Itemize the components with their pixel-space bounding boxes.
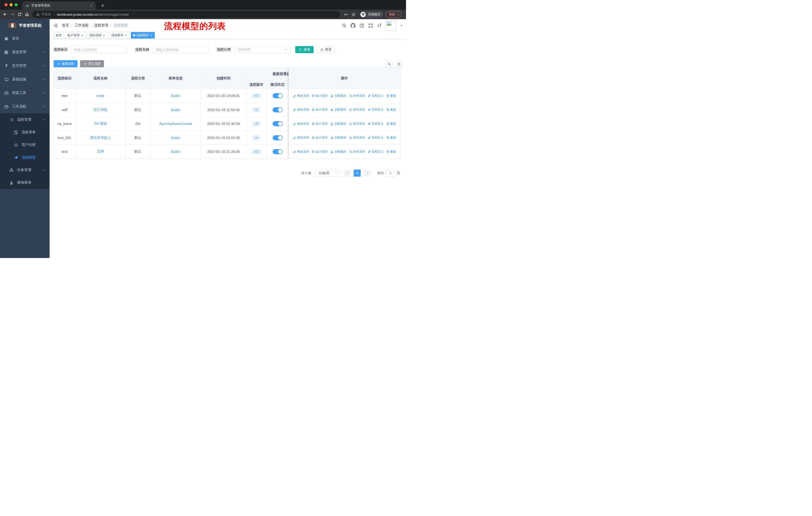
app-logo[interactable]: 芋道管理系统 <box>0 19 50 32</box>
assign-rule-link[interactable]: 分配规则 <box>330 122 346 126</box>
tag-home[interactable]: 首页 <box>53 32 64 38</box>
design-process-link[interactable]: 设计流程 <box>312 136 328 140</box>
tag-process-form[interactable]: 流程表单 <box>109 32 129 38</box>
assign-rule-link[interactable]: 分配规则 <box>330 94 346 98</box>
sidebar-collapse-icon[interactable] <box>53 23 58 28</box>
key-icon[interactable] <box>344 12 348 17</box>
new-tab-button[interactable] <box>99 2 106 9</box>
breadcrumb-workflow[interactable]: 工作流程 <box>75 23 89 28</box>
close-icon[interactable] <box>150 34 152 37</box>
design-process-link[interactable]: 设计流程 <box>312 108 328 112</box>
import-process-button[interactable]: 导入流程 <box>80 60 104 67</box>
assign-rule-link[interactable]: 分配规则 <box>330 136 346 140</box>
active-toggle[interactable] <box>272 121 283 126</box>
publish-process-link[interactable]: 发布流程 <box>349 150 365 154</box>
reload-icon[interactable] <box>18 12 22 17</box>
design-process-link[interactable]: 设计流程 <box>312 94 328 98</box>
form-info-link[interactable]: biubiu <box>171 94 180 98</box>
process-name-link[interactable]: 自己审批 <box>93 108 108 112</box>
tag-my-process[interactable]: 我的流程 <box>87 32 108 38</box>
publish-process-link[interactable]: 发布流程 <box>349 122 365 126</box>
active-toggle[interactable] <box>272 135 283 140</box>
prev-page-button[interactable] <box>344 169 351 176</box>
modify-process-link[interactable]: 修改流程 <box>293 94 309 98</box>
publish-process-link[interactable]: 发布流程 <box>349 94 365 98</box>
form-info-link[interactable]: /bpm/oa/leave/create <box>159 122 192 126</box>
form-info-link[interactable]: biubiu <box>171 108 180 112</box>
process-definition-link[interactable]: 流程定义 <box>368 122 384 126</box>
refresh-table-button[interactable] <box>395 60 403 68</box>
close-icon[interactable] <box>81 34 84 37</box>
close-icon[interactable] <box>103 34 106 37</box>
delete-link[interactable]: 删除 <box>386 136 396 140</box>
chrome-update-button[interactable]: 更新 <box>386 11 402 18</box>
delete-link[interactable]: 删除 <box>386 108 396 112</box>
home-icon[interactable] <box>25 12 29 17</box>
tab-close-icon[interactable] <box>89 3 93 7</box>
tag-process-model[interactable]: 流程模型 <box>131 32 155 38</box>
avatar[interactable] <box>386 20 396 30</box>
design-process-link[interactable]: 设计流程 <box>312 150 328 154</box>
sidebar-item-infra[interactable]: 基础设施 <box>0 73 50 86</box>
sidebar-item-leave-query[interactable]: 请假查询 <box>0 176 50 189</box>
tag-tenant[interactable]: 租户管理 <box>65 32 86 38</box>
process-definition-link[interactable]: 流程定义 <box>368 108 384 112</box>
page-number-current[interactable]: 1 <box>354 169 361 176</box>
process-name-link[interactable]: eeee <box>96 94 104 98</box>
delete-link[interactable]: 删除 <box>386 122 396 126</box>
sidebar-item-task-management[interactable]: 任务管理 <box>0 164 50 176</box>
sidebar-item-payment[interactable]: ¥ 支付管理 <box>0 59 50 73</box>
fullscreen-icon[interactable] <box>368 23 373 28</box>
goto-page-input[interactable] <box>386 169 395 176</box>
sidebar-item-process-model[interactable]: 流程模型 <box>0 151 50 164</box>
window-minimize-button[interactable] <box>9 3 12 6</box>
github-icon[interactable] <box>351 23 355 28</box>
assign-rule-link[interactable]: 分配规则 <box>330 150 346 154</box>
delete-link[interactable]: 删除 <box>386 94 396 98</box>
forward-icon[interactable] <box>10 12 14 17</box>
font-size-icon[interactable] <box>377 23 382 28</box>
sidebar-item-workflow[interactable]: 工作流程 <box>0 100 50 113</box>
process-name-link[interactable]: 滔博 <box>97 150 104 154</box>
active-toggle[interactable] <box>272 107 283 112</box>
create-process-button[interactable]: 新建流程 <box>54 60 78 67</box>
publish-process-link[interactable]: 发布流程 <box>349 136 365 140</box>
assign-rule-link[interactable]: 分配规则 <box>330 108 346 112</box>
modify-process-link[interactable]: 修改流程 <box>293 136 309 140</box>
bookmark-star-icon[interactable] <box>351 12 356 17</box>
active-toggle[interactable] <box>272 93 283 98</box>
process-name-link[interactable]: 测试多审批人 <box>90 136 111 140</box>
window-close-button[interactable] <box>4 3 7 6</box>
process-name-link[interactable]: OA 请假 <box>94 121 107 126</box>
form-info-link[interactable]: biubiu <box>171 136 180 140</box>
close-icon[interactable] <box>124 34 127 37</box>
form-info-link[interactable]: biubiu <box>171 150 180 154</box>
process-category-select[interactable]: 流程分类 <box>234 46 290 53</box>
reset-button[interactable]: 重置 <box>316 46 335 53</box>
browser-tab[interactable]: 芋道管理系统 <box>22 1 96 9</box>
sidebar-item-user-group[interactable]: 用户分组 <box>0 139 50 151</box>
process-id-input[interactable] <box>71 46 127 53</box>
hide-search-button[interactable] <box>386 60 393 68</box>
modify-process-link[interactable]: 修改流程 <box>293 122 309 126</box>
modify-process-link[interactable]: 修改流程 <box>293 150 309 154</box>
sidebar-item-process-form[interactable]: 流程表单 <box>0 126 50 139</box>
process-definition-link[interactable]: 流程定义 <box>368 136 384 140</box>
browser-menu-icon[interactable] <box>396 12 400 17</box>
publish-process-link[interactable]: 发布流程 <box>349 108 365 112</box>
process-name-input[interactable] <box>152 46 209 53</box>
page-size-select[interactable]: 10条/页 <box>315 169 341 176</box>
modify-process-link[interactable]: 修改流程 <box>293 108 309 112</box>
sidebar-item-devtools[interactable]: 研发工具 <box>0 86 50 100</box>
process-definition-link[interactable]: 流程定义 <box>368 94 384 98</box>
search-icon[interactable] <box>342 23 347 28</box>
avatar-caret-icon[interactable] <box>400 24 403 27</box>
design-process-link[interactable]: 设计流程 <box>312 122 328 126</box>
sidebar-item-process-management[interactable]: 流程管理 <box>0 113 50 126</box>
back-icon[interactable] <box>3 12 7 17</box>
window-zoom-button[interactable] <box>14 3 18 6</box>
search-button[interactable]: 搜索 <box>295 46 314 53</box>
breadcrumb-process-management[interactable]: 流程管理 <box>94 23 108 28</box>
breadcrumb-home[interactable]: 首页 <box>62 23 69 28</box>
sidebar-item-system[interactable]: 系统管理 <box>0 45 50 59</box>
